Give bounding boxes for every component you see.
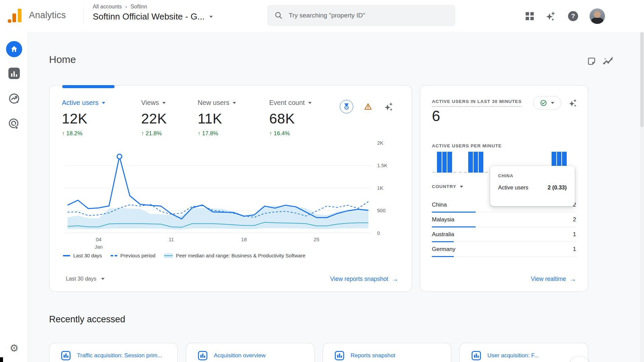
breadcrumb-account[interactable]: Softinn: [130, 4, 147, 9]
recently-accessed-cards: Traffic acquisition: Session prim...Acqu…: [49, 343, 588, 362]
sidebar-item-explore[interactable]: [0, 93, 28, 105]
apps-grid-icon[interactable]: [526, 12, 534, 20]
breadcrumb-separator-icon: ›: [125, 4, 127, 9]
y-axis-tick: 500: [377, 208, 386, 213]
search-bar[interactable]: [267, 5, 455, 26]
y-axis-tick: 0: [377, 230, 380, 236]
warning-icon[interactable]: [361, 100, 375, 113]
recent-report-link[interactable]: Acquisition overview: [214, 352, 266, 359]
active-tab-indicator: [62, 85, 115, 88]
home-icon: [10, 45, 18, 53]
recently-accessed-title: Recently accessed: [49, 314, 125, 325]
country-name: China: [432, 202, 447, 208]
recent-report-link[interactable]: Traffic acquisition: Session prim...: [77, 352, 162, 359]
active-users-count: 6: [432, 108, 440, 124]
country-name: Malaysia: [432, 216, 454, 223]
view-reports-snapshot-link[interactable]: View reports snapshot →: [330, 275, 398, 283]
metric-tab-event-count[interactable]: Event count 68K ↑ 16.4%: [269, 99, 312, 137]
sidebar-item-advertising[interactable]: [0, 118, 28, 130]
minute-zero-tick: [484, 152, 488, 173]
x-axis-tick: 18: [241, 236, 247, 243]
arrow-right-icon: →: [569, 275, 576, 283]
minute-zero-tick: [458, 152, 462, 173]
x-axis-tick: 25: [314, 236, 319, 243]
avatar[interactable]: [590, 8, 605, 24]
view-realtime-link[interactable]: View realtime →: [531, 275, 576, 283]
search-icon: [275, 11, 283, 20]
date-range-selector[interactable]: Last 30 days: [66, 276, 105, 282]
metric-value: 12K: [62, 111, 105, 127]
trend-chart-legend: Last 30 daysPrevious periodPeer median a…: [63, 253, 306, 258]
minute-bar: [442, 152, 447, 173]
chevron-down-icon: [233, 102, 236, 104]
minute-zero-tick: [432, 152, 436, 173]
country-value: 2: [573, 216, 576, 223]
metric-tab-active-users[interactable]: Active users 12K ↑ 18.2%: [62, 99, 105, 137]
google-analytics-logo-icon: [9, 9, 23, 23]
insights-icon[interactable]: [602, 56, 614, 67]
notes-icon[interactable]: [587, 57, 596, 66]
sidebar-item-home[interactable]: [0, 41, 28, 57]
recent-report-link[interactable]: User acquisition: F...: [487, 352, 539, 359]
check-circle-icon: [540, 100, 547, 106]
minute-bar: [474, 152, 478, 173]
benchmarking-medal-icon[interactable]: [340, 100, 353, 113]
trend-chart[interactable]: [64, 143, 372, 233]
scrollbar-thumb[interactable]: [640, 32, 644, 127]
chevron-down-icon: [308, 102, 312, 104]
bar-chart-icon: [61, 351, 71, 361]
bar-chart-icon: [471, 351, 481, 361]
country-row[interactable]: Australia1: [432, 230, 577, 245]
country-row[interactable]: Germany1: [432, 245, 577, 260]
tooltip-metric: Active users: [498, 184, 528, 191]
chevron-down-icon: [551, 102, 554, 104]
country-value: 1: [573, 231, 576, 238]
metric-tab-new-users[interactable]: New users 11K ↑ 17.8%: [198, 99, 236, 137]
gemini-sparkle-icon[interactable]: [545, 10, 557, 22]
country-dimension-selector[interactable]: COUNTRY: [432, 184, 463, 189]
page-title: Home: [49, 54, 76, 65]
country-bar: [432, 212, 476, 213]
metric-value: 11K: [198, 111, 236, 127]
sidebar-item-reports[interactable]: [0, 68, 28, 79]
top-app-bar: Analytics All accounts › Softinn Softinn…: [0, 0, 644, 32]
reports-icon: [8, 68, 20, 79]
breadcrumb-all-accounts[interactable]: All accounts: [93, 4, 122, 9]
help-icon[interactable]: ?: [568, 11, 578, 21]
metric-delta: ↑ 16.4%: [269, 130, 312, 137]
minute-zero-tick: [453, 152, 457, 173]
legend-item: Previous period: [111, 253, 155, 258]
country-bar: [432, 226, 476, 227]
country-row[interactable]: Malaysia2: [432, 216, 577, 230]
insights-sparkle-icon[interactable]: [384, 101, 394, 112]
property-title[interactable]: Softinn Official Website - G...: [93, 11, 205, 22]
arrow-right-icon: →: [392, 275, 398, 283]
recent-report-card[interactable]: Acquisition overview: [186, 343, 315, 362]
metric-value: 68K: [269, 111, 312, 127]
recent-report-card[interactable]: Reports snapshot: [323, 343, 451, 362]
tooltip-value: 2 (0.33): [548, 184, 567, 191]
recent-report-link[interactable]: Reports snapshot: [351, 352, 395, 359]
tooltip-title: CHINA: [498, 173, 567, 178]
chevron-down-icon: [209, 16, 213, 18]
metric-delta: ↑ 21.8%: [141, 130, 167, 137]
metric-delta: ↑ 17.8%: [198, 130, 236, 137]
overview-card: Active users 12K ↑ 18.2% Views 22K ↑ 21.…: [49, 85, 412, 292]
y-axis-tick: 1K: [377, 185, 383, 191]
insights-sparkle-icon[interactable]: [568, 98, 578, 108]
realtime-status-pill[interactable]: [533, 96, 561, 110]
search-input[interactable]: [289, 12, 448, 19]
minute-bar: [468, 152, 473, 173]
explore-icon: [8, 93, 20, 105]
chevron-down-icon: [460, 186, 463, 188]
minute-bar: [479, 152, 483, 173]
brand-title: Analytics: [29, 10, 66, 21]
metric-tab-views[interactable]: Views 22K ↑ 21.8%: [141, 99, 167, 137]
left-nav-rail: ⚙: [0, 32, 28, 362]
sidebar-item-admin[interactable]: ⚙: [0, 343, 28, 353]
recent-report-card[interactable]: User acquisition: F...: [459, 343, 588, 362]
recent-report-card[interactable]: Traffic acquisition: Session prim...: [49, 343, 178, 362]
minute-bar: [447, 152, 452, 173]
property-selector[interactable]: Softinn Official Website - G...: [93, 11, 213, 22]
breadcrumb[interactable]: All accounts › Softinn: [93, 4, 147, 10]
